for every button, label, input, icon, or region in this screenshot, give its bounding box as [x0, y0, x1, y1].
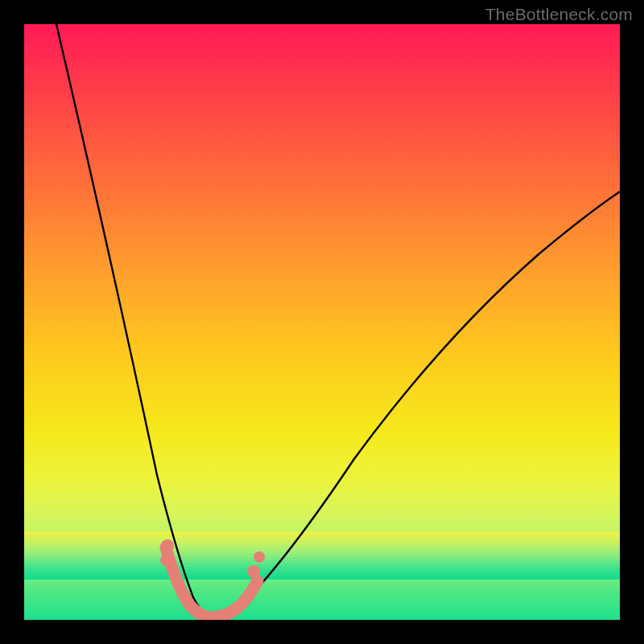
- chart-frame: TheBottleneck.com: [0, 0, 644, 644]
- bottleneck-curve: [24, 24, 620, 620]
- plot-area: [24, 24, 620, 620]
- highlight-dot-right-2: [254, 551, 265, 563]
- highlight-dot-right: [247, 565, 260, 578]
- watermark-text: TheBottleneck.com: [485, 5, 633, 24]
- highlight-dot-left-2: [160, 555, 171, 566]
- highlight-dot-left: [161, 539, 174, 552]
- curve-left-branch: [56, 24, 211, 617]
- curve-right-branch: [211, 192, 620, 617]
